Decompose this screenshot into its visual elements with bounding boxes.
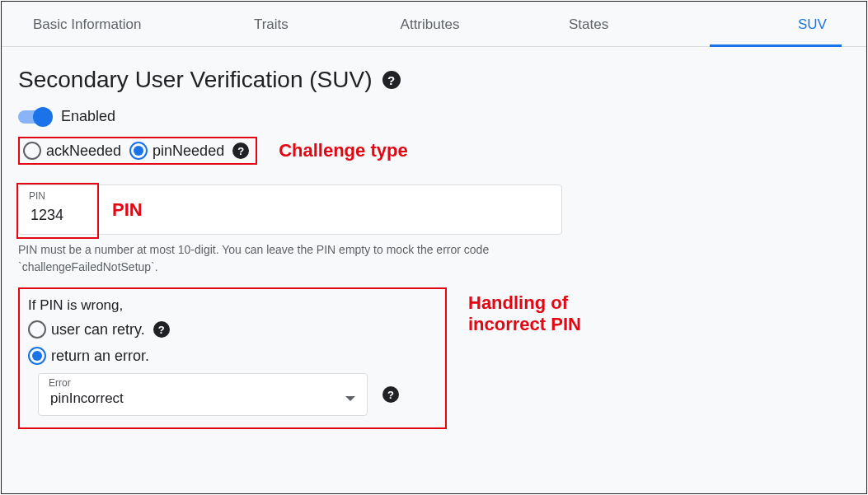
radio-ack-needed-label: ackNeeded — [46, 142, 121, 160]
help-icon[interactable]: ? — [382, 386, 399, 403]
tab-traits[interactable]: Traits — [192, 2, 351, 46]
enabled-toggle[interactable] — [18, 110, 51, 124]
toggle-thumb — [33, 107, 53, 127]
error-select-label: Error — [49, 377, 71, 389]
radio-pin-needed[interactable]: pinNeeded — [129, 142, 224, 160]
pin-hint-text: PIN must be a number at most 10-digit. Y… — [18, 241, 562, 276]
section-title: Secondary User Verification (SUV) — [18, 67, 373, 93]
error-handling-prompt: If PIN is wrong, — [28, 297, 437, 314]
tab-states[interactable]: States — [509, 2, 669, 46]
radio-user-can-retry-label: user can retry. — [51, 321, 145, 339]
tab-basic-information[interactable]: Basic Information — [2, 2, 192, 46]
tab-attributes[interactable]: Attributes — [350, 2, 509, 46]
radio-return-error[interactable]: return an error. — [28, 347, 149, 365]
radio-circle-icon — [28, 320, 46, 339]
tabs-bar: Basic Information Traits Attributes Stat… — [2, 2, 866, 47]
enabled-toggle-label: Enabled — [61, 108, 115, 125]
annotation-handling-line1: Handling of — [468, 292, 581, 314]
pin-input[interactable]: PIN 1234 — [18, 184, 562, 235]
annotation-challenge-type: Challenge type — [279, 140, 407, 161]
chevron-down-icon — [345, 396, 355, 401]
annotation-pin: PIN — [112, 199, 143, 221]
error-handling-section: If PIN is wrong, user can retry. ? retur… — [18, 287, 447, 429]
radio-pin-needed-label: pinNeeded — [152, 142, 224, 160]
radio-ack-needed[interactable]: ackNeeded — [23, 142, 121, 160]
radio-circle-selected-icon — [28, 347, 46, 365]
radio-circle-icon — [23, 142, 41, 160]
tab-suv[interactable]: SUV — [668, 2, 866, 46]
challenge-type-group: ackNeeded pinNeeded ? — [18, 137, 257, 165]
pin-field-value: 1234 — [30, 207, 550, 224]
annotation-handling-line2: incorrect PIN — [468, 314, 581, 335]
radio-return-error-label: return an error. — [51, 348, 149, 365]
help-icon[interactable]: ? — [153, 321, 170, 338]
radio-circle-selected-icon — [129, 142, 148, 160]
radio-user-can-retry[interactable]: user can retry. — [28, 320, 145, 339]
error-select-value: pinIncorrect — [50, 390, 124, 407]
error-select[interactable]: Error pinIncorrect — [38, 373, 368, 416]
help-icon[interactable]: ? — [232, 142, 249, 159]
pin-field-label: PIN — [29, 190, 45, 202]
help-icon[interactable]: ? — [382, 71, 401, 89]
